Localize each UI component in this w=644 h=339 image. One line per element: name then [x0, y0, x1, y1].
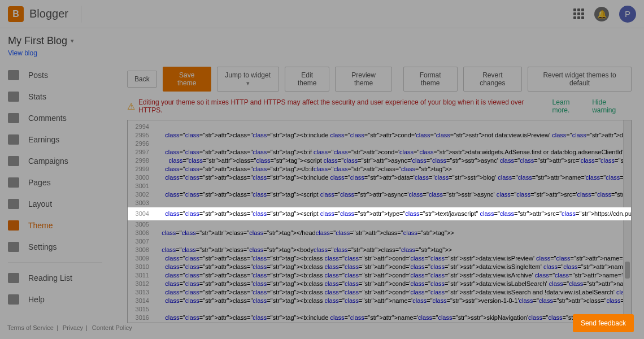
code-line[interactable]: 2994	[128, 123, 631, 131]
sidebar-item-label: Help	[28, 295, 45, 304]
code-editor[interactable]: 29942995 class="class="str">attr">class=…	[127, 120, 632, 323]
learn-more-link[interactable]: Learn more.	[552, 98, 589, 114]
code-line[interactable]: 3004 class="class="str">attr">class="cla…	[128, 207, 631, 220]
pages-icon	[8, 177, 19, 188]
https-warning: ⚠ Editing your theme so it mixes HTTP an…	[127, 98, 632, 114]
content-policy-link[interactable]: Content Policy	[92, 324, 132, 331]
main-content: Back Save theme Jump to widget ▾ Edit th…	[110, 61, 644, 323]
terms-link[interactable]: Terms of Service	[7, 324, 54, 331]
code-line[interactable]: 3015	[128, 305, 631, 314]
sidebar-item-settings[interactable]: Settings	[0, 236, 110, 258]
code-line[interactable]: 3001	[128, 182, 631, 190]
app-header: B Blogger 🔔 P	[0, 0, 644, 28]
sidebar-item-stats[interactable]: Stats	[0, 86, 110, 107]
code-line[interactable]: 3014 class="class="str">attr">class="cla…	[128, 297, 631, 305]
save-theme-button[interactable]: Save theme	[163, 67, 211, 92]
code-line[interactable]: 3016 class="class="str">attr">class="cla…	[128, 314, 631, 322]
footer-links: Terms of Service| Privacy| Content Polic…	[5, 324, 135, 331]
code-line[interactable]: 2997 class="class="str">attr">class="cla…	[128, 148, 631, 157]
warning-icon: ⚠	[127, 101, 135, 112]
scrollbar-thumb[interactable]	[625, 262, 630, 279]
code-line[interactable]: 3000 class="class="str">attr">class="cla…	[128, 173, 631, 182]
code-line[interactable]: 2998 class="class="str">attr">class="cla…	[128, 157, 631, 165]
edit-theme-button[interactable]: Edit theme	[285, 67, 330, 92]
sidebar-item-label: Theme	[28, 221, 53, 230]
reading-list-icon	[8, 273, 19, 283]
scrollbar[interactable]	[623, 120, 631, 323]
code-line[interactable]: 3006 class="class="str">attr">class="cla…	[128, 229, 631, 237]
sidebar-item-label: Stats	[28, 92, 46, 101]
sidebar-item-label: Reading List	[28, 273, 72, 282]
sidebar-item-help[interactable]: Help	[0, 289, 110, 310]
editor-toolbar: Back Save theme Jump to widget ▾ Edit th…	[127, 67, 632, 92]
sidebar-item-comments[interactable]: Comments	[0, 107, 110, 129]
blog-selector-bar: My First Blog ▾ View blog	[0, 28, 644, 61]
theme-icon	[8, 220, 19, 231]
button-label: Jump to widget	[225, 71, 271, 79]
sidebar-item-label: Earnings	[28, 135, 59, 144]
format-theme-button[interactable]: Format theme	[403, 67, 458, 92]
settings-icon	[8, 242, 19, 252]
code-line[interactable]: 3009 class="class="str">attr">class="cla…	[128, 254, 631, 263]
code-line[interactable]: 3002 class="class="str">attr">class="cla…	[128, 190, 631, 199]
blog-name-label: My First Blog	[8, 35, 67, 47]
blog-name-dropdown[interactable]: My First Blog ▾	[8, 35, 636, 47]
sidebar-item-label: Settings	[28, 242, 57, 251]
caret-down-icon: ▾	[246, 80, 250, 86]
back-button[interactable]: Back	[127, 71, 157, 88]
sidebar-item-earnings[interactable]: Earnings	[0, 129, 110, 150]
sidebar-item-layout[interactable]: Layout	[0, 193, 110, 215]
sidebar-item-label: Posts	[28, 71, 48, 80]
sidebar-item-label: Comments	[28, 114, 67, 123]
divider	[8, 262, 102, 263]
sidebar-item-reading-list[interactable]: Reading List	[0, 267, 110, 289]
view-blog-link[interactable]: View blog	[8, 49, 37, 57]
blogger-logo-icon: B	[8, 6, 24, 22]
posts-icon	[8, 70, 19, 80]
code-line[interactable]: 3013 class="class="str">attr">class="cla…	[128, 288, 631, 297]
code-line[interactable]: 2999 class="class="str">attr">class="cla…	[128, 165, 631, 173]
revert-widget-button[interactable]: Revert widget themes to default	[528, 67, 632, 92]
sidebar-item-campaigns[interactable]: Campaigns	[0, 150, 110, 172]
sidebar-item-label: Campaigns	[28, 157, 68, 166]
sidebar-item-theme[interactable]: Theme	[0, 215, 110, 236]
sidebar: Posts Stats Comments Earnings Campaigns …	[0, 61, 110, 310]
comments-icon	[8, 113, 19, 123]
code-line[interactable]: 2995 class="class="str">attr">class="cla…	[128, 131, 631, 140]
code-line[interactable]: 3017	[128, 322, 631, 323]
code-line[interactable]: 3008 class="class="str">attr">class="cla…	[128, 246, 631, 254]
notifications-icon[interactable]: 🔔	[594, 7, 609, 21]
privacy-link[interactable]: Privacy	[63, 324, 83, 331]
code-line[interactable]: 2996	[128, 140, 631, 148]
campaigns-icon	[8, 156, 19, 166]
code-line[interactable]: 3005	[128, 220, 631, 229]
code-line[interactable]: 3010 class="class="str">attr">class="cla…	[128, 263, 631, 271]
avatar[interactable]: P	[619, 6, 636, 23]
jump-to-widget-dropdown[interactable]: Jump to widget ▾	[217, 67, 279, 92]
brand-name: Blogger	[29, 7, 68, 20]
code-line[interactable]: 3003	[128, 199, 631, 207]
stats-icon	[8, 92, 19, 102]
caret-down-icon: ▾	[71, 37, 74, 45]
layout-icon	[8, 199, 19, 209]
revert-changes-button[interactable]: Revert changes	[463, 67, 523, 92]
apps-grid-icon[interactable]	[573, 8, 584, 19]
sidebar-item-pages[interactable]: Pages	[0, 172, 110, 193]
code-line[interactable]: 3012 class="class="str">attr">class="cla…	[128, 280, 631, 288]
warning-text: Editing your theme so it mixes HTTP and …	[138, 98, 549, 114]
sidebar-item-posts[interactable]: Posts	[0, 64, 110, 86]
hide-warning-link[interactable]: Hide warning	[592, 98, 632, 114]
divider	[81, 6, 81, 23]
help-icon	[8, 294, 19, 305]
earnings-icon	[8, 134, 19, 145]
code-line[interactable]: 3007	[128, 237, 631, 246]
sidebar-item-label: Layout	[28, 199, 52, 208]
send-feedback-button[interactable]: Send feedback	[573, 314, 634, 332]
code-line[interactable]: 3011 class="class="str">attr">class="cla…	[128, 271, 631, 280]
preview-theme-button[interactable]: Preview theme	[335, 67, 391, 92]
sidebar-item-label: Pages	[28, 178, 51, 187]
